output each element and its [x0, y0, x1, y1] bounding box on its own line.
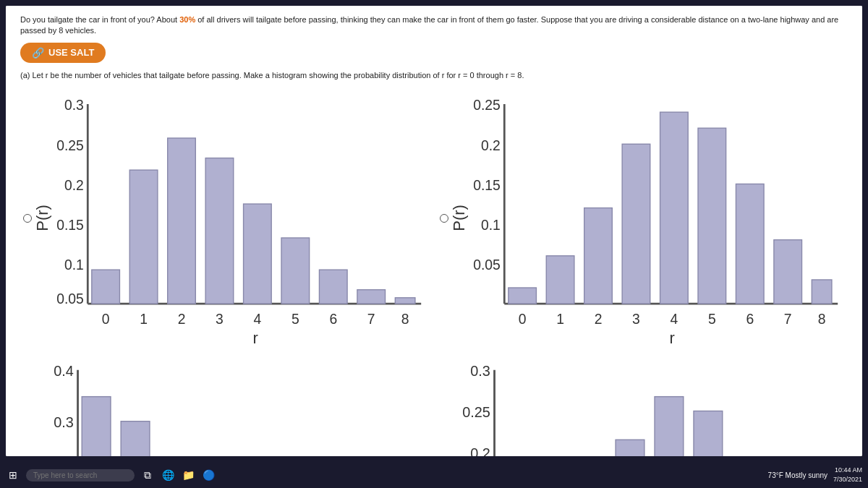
- date-display: 7/30/2021: [833, 475, 862, 484]
- clock: 10:44 AM 7/30/2021: [833, 466, 862, 484]
- problem-text: Do you tailgate the car in front of you?…: [20, 14, 848, 37]
- histogram-2: P(r) 0.25 0.2 0.15 0.1 0.05: [448, 88, 848, 348]
- svg-rect-94: [655, 397, 684, 456]
- taskbar-left: ⊞ ⧉ 🌐 📁 🔵: [6, 468, 216, 482]
- svg-rect-63: [121, 421, 150, 456]
- chart-3: P(r) 0.4 0.3 0.2 0.1: [20, 354, 431, 456]
- svg-text:P(r): P(r): [450, 205, 468, 231]
- svg-rect-39: [622, 144, 650, 304]
- svg-text:0: 0: [519, 312, 527, 327]
- chart-4: P(r) 0.3 0.25 0.2 0.15 0.1 0.05: [437, 354, 848, 456]
- use-salt-button[interactable]: 🔗 USE SALT: [20, 43, 106, 63]
- svg-text:8: 8: [818, 312, 826, 327]
- svg-rect-93: [616, 440, 644, 456]
- histogram-1: P(r) 0.3 0.25 0.2 0.15 0.1 0.05: [32, 88, 431, 348]
- svg-text:1: 1: [556, 312, 564, 327]
- svg-text:0.3: 0.3: [64, 98, 84, 114]
- svg-text:8: 8: [401, 312, 409, 327]
- svg-rect-40: [660, 112, 689, 304]
- svg-text:0.25: 0.25: [473, 98, 501, 114]
- svg-text:6: 6: [329, 312, 337, 327]
- svg-text:0.15: 0.15: [473, 178, 501, 193]
- svg-rect-11: [168, 138, 196, 304]
- svg-rect-38: [584, 208, 613, 304]
- windows-icon[interactable]: ⊞: [6, 468, 20, 482]
- svg-rect-37: [546, 256, 574, 304]
- sub-question-text: (a) Let r be the number of vehicles that…: [20, 70, 848, 81]
- svg-text:5: 5: [292, 312, 299, 327]
- content-area: Do you tailgate the car in front of you?…: [6, 6, 862, 456]
- svg-text:5: 5: [708, 312, 716, 327]
- search-input[interactable]: [26, 469, 135, 481]
- svg-text:r: r: [252, 329, 258, 347]
- svg-rect-13: [244, 204, 272, 304]
- svg-text:4: 4: [254, 312, 262, 327]
- time-display: 10:44 AM: [833, 466, 862, 475]
- use-salt-label: USE SALT: [48, 47, 94, 58]
- svg-rect-9: [92, 270, 120, 304]
- svg-text:0.05: 0.05: [473, 257, 501, 273]
- svg-rect-17: [395, 298, 415, 304]
- svg-rect-10: [129, 170, 158, 304]
- svg-text:0: 0: [102, 312, 110, 327]
- edge-icon[interactable]: 🔵: [201, 468, 216, 482]
- svg-text:3: 3: [216, 312, 224, 327]
- svg-rect-15: [319, 270, 347, 304]
- svg-rect-41: [698, 128, 726, 304]
- svg-text:0.25: 0.25: [56, 138, 84, 153]
- svg-text:0.05: 0.05: [56, 291, 84, 307]
- svg-text:0.1: 0.1: [64, 257, 84, 273]
- radio-chart2[interactable]: [440, 214, 448, 223]
- svg-rect-95: [694, 411, 723, 456]
- svg-rect-44: [812, 280, 832, 304]
- svg-text:r: r: [669, 329, 674, 347]
- main-window: Do you tailgate the car in front of you?…: [6, 6, 862, 456]
- highlight-percent: 30%: [179, 15, 195, 24]
- svg-text:0.1: 0.1: [481, 218, 501, 233]
- browser-icon[interactable]: 🌐: [161, 468, 175, 482]
- chart-2: P(r) 0.25 0.2 0.15 0.1 0.05: [437, 88, 848, 348]
- svg-rect-16: [357, 290, 386, 304]
- svg-rect-42: [736, 184, 764, 304]
- histogram-4: P(r) 0.3 0.25 0.2 0.15 0.1 0.05: [437, 354, 848, 456]
- taskbar: ⊞ ⧉ 🌐 📁 🔵 73°F Mostly sunny 10:44 AM 7/3…: [0, 462, 868, 488]
- svg-text:7: 7: [367, 312, 375, 327]
- svg-rect-43: [774, 240, 802, 304]
- svg-rect-62: [82, 397, 111, 456]
- svg-text:2: 2: [595, 312, 603, 327]
- svg-text:0.3: 0.3: [54, 414, 74, 430]
- svg-text:3: 3: [632, 312, 640, 327]
- svg-text:1: 1: [140, 312, 148, 327]
- svg-text:0.2: 0.2: [470, 445, 490, 456]
- histogram-3: P(r) 0.4 0.3 0.2 0.1: [20, 354, 431, 456]
- svg-text:P(r): P(r): [33, 205, 51, 231]
- svg-rect-36: [509, 288, 537, 304]
- radio-chart1[interactable]: [23, 214, 32, 223]
- task-view-icon[interactable]: ⧉: [140, 468, 155, 482]
- svg-text:0.25: 0.25: [462, 404, 490, 420]
- file-icon[interactable]: 📁: [181, 468, 195, 482]
- chart-1: P(r) 0.3 0.25 0.2 0.15 0.1 0.05: [20, 88, 431, 348]
- svg-text:0.15: 0.15: [56, 218, 84, 233]
- svg-text:0.2: 0.2: [481, 138, 501, 153]
- svg-text:2: 2: [178, 312, 186, 327]
- salt-icon: 🔗: [32, 47, 44, 59]
- svg-text:0.3: 0.3: [470, 363, 490, 379]
- charts-grid: P(r) 0.3 0.25 0.2 0.15 0.1 0.05: [20, 88, 848, 456]
- svg-text:0.2: 0.2: [64, 178, 84, 193]
- weather-info: 73°F Mostly sunny: [768, 471, 827, 479]
- taskbar-right: 73°F Mostly sunny 10:44 AM 7/30/2021: [768, 466, 862, 484]
- svg-rect-14: [281, 238, 310, 304]
- svg-rect-12: [205, 158, 234, 304]
- svg-text:0.4: 0.4: [54, 363, 74, 379]
- svg-text:7: 7: [784, 312, 792, 327]
- svg-text:6: 6: [746, 312, 754, 327]
- svg-text:4: 4: [671, 312, 678, 327]
